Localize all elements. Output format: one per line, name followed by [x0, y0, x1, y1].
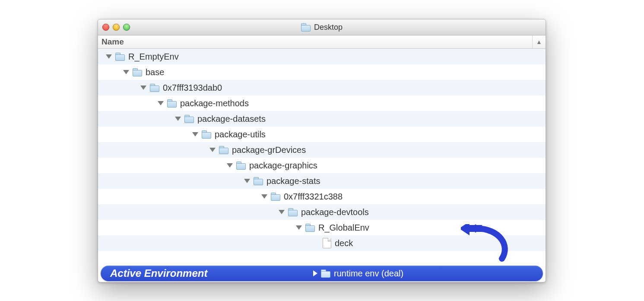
- tree-row[interactable]: R_EmptyEnv: [98, 49, 546, 64]
- folder-icon: [150, 84, 159, 92]
- tree-row[interactable]: package-datasets: [98, 111, 546, 127]
- folder-icon: [202, 130, 211, 138]
- disclosure-down-icon[interactable]: [175, 117, 181, 121]
- tree-item-label: package-stats: [266, 176, 320, 186]
- tree-item-label: 0x7fff3193dab0: [163, 83, 222, 93]
- finder-window: Desktop Name ▲ R_EmptyEnvbase0x7fff3193d…: [98, 19, 546, 282]
- disclosure-down-icon[interactable]: [209, 148, 216, 152]
- folder-icon: [271, 193, 280, 200]
- folder-icon: [236, 162, 246, 169]
- file-icon: [323, 238, 331, 248]
- folder-icon: [115, 53, 125, 60]
- tree-row[interactable]: package-devtools: [98, 204, 546, 220]
- tree-item-label: R_EmptyEnv: [128, 52, 179, 62]
- disclosure-down-icon[interactable]: [158, 101, 164, 105]
- disclosure-down-icon[interactable]: [227, 163, 233, 168]
- tree-item-label: 0x7fff3321c388: [284, 192, 343, 202]
- disclosure-down-icon[interactable]: [296, 225, 302, 230]
- tree-item-label: package-datasets: [197, 114, 266, 124]
- folder-icon: [301, 23, 311, 31]
- tree-row[interactable]: package-grDevices: [98, 142, 546, 158]
- tree-row[interactable]: base: [98, 64, 546, 80]
- selected-row[interactable]: runtime env (deal): [98, 266, 546, 281]
- disclosure-down-icon[interactable]: [140, 86, 146, 90]
- disclosure-down-icon[interactable]: [261, 194, 267, 199]
- tree-item-label: package-graphics: [249, 161, 317, 171]
- traffic-lights: [98, 24, 130, 31]
- tree-row[interactable]: package-stats: [98, 173, 546, 189]
- tree-row[interactable]: 0x7fff3321c388: [98, 189, 546, 204]
- tree-item-label: deck: [335, 238, 353, 248]
- column-header-row[interactable]: Name ▲: [98, 35, 546, 49]
- tree-item-label: package-devtools: [301, 207, 369, 217]
- tree-row[interactable]: deck: [98, 235, 546, 251]
- window-title-text: Desktop: [314, 23, 343, 32]
- folder-icon: [167, 99, 177, 107]
- tree-row[interactable]: R_GlobalEnv: [98, 220, 546, 235]
- folder-icon: [305, 224, 315, 231]
- disclosure-down-icon[interactable]: [192, 132, 198, 136]
- disclosure-down-icon[interactable]: [244, 179, 250, 183]
- tree-item-label: runtime env (deal): [334, 269, 403, 279]
- tree-item-label: base: [146, 67, 164, 77]
- tree-item-label: package-methods: [180, 98, 249, 108]
- zoom-button[interactable]: [123, 24, 130, 31]
- sort-indicator[interactable]: ▲: [532, 35, 546, 48]
- folder-icon: [133, 68, 142, 76]
- tree-item-label: package-grDevices: [232, 145, 306, 155]
- folder-icon: [184, 115, 194, 123]
- folder-icon: [219, 146, 228, 154]
- window-title: Desktop: [98, 23, 546, 32]
- disclosure-down-icon[interactable]: [123, 70, 129, 74]
- disclosure-down-icon[interactable]: [279, 210, 285, 214]
- folder-icon: [288, 208, 298, 216]
- close-button[interactable]: [102, 24, 109, 31]
- tree-row[interactable]: package-methods: [98, 95, 546, 111]
- folder-icon: [321, 269, 330, 277]
- tree-row[interactable]: package-graphics: [98, 158, 546, 173]
- titlebar[interactable]: Desktop: [98, 19, 546, 35]
- folder-icon: [254, 177, 263, 185]
- minimize-button[interactable]: [113, 24, 120, 31]
- column-header-name[interactable]: Name: [98, 37, 532, 47]
- tree-area: R_EmptyEnvbase0x7fff3193dab0package-meth…: [98, 49, 546, 282]
- tree-item-label: package-utils: [215, 130, 266, 139]
- tree-row[interactable]: package-utils: [98, 127, 546, 142]
- tree-item-label: R_GlobalEnv: [318, 223, 369, 233]
- disclosure-down-icon[interactable]: [106, 54, 112, 59]
- tree-row[interactable]: 0x7fff3193dab0: [98, 80, 546, 95]
- disclosure-right-icon[interactable]: [313, 270, 317, 276]
